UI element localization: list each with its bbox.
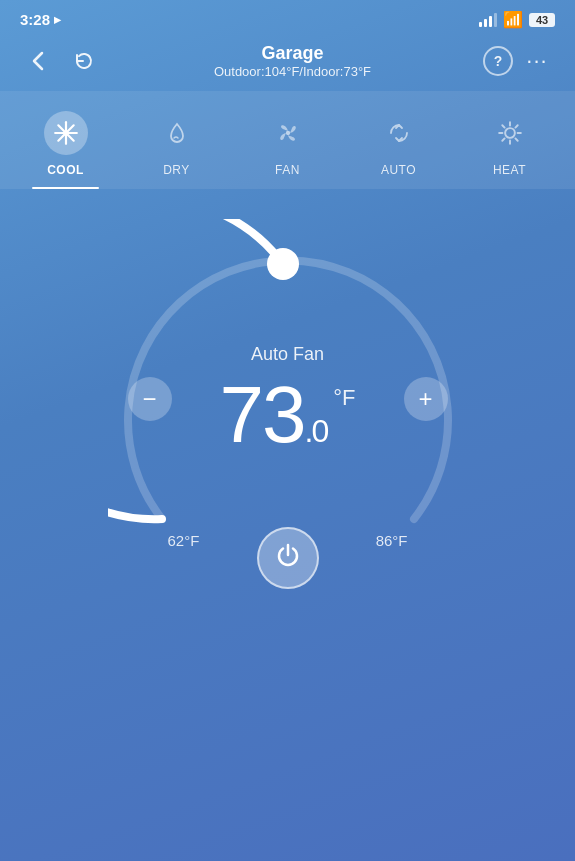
cool-label: COOL (47, 163, 84, 177)
cool-icon (44, 111, 88, 155)
decrease-temp-button[interactable]: − (128, 377, 172, 421)
header-subtitle: Outdoor:104°F/Indoor:73°F (214, 64, 371, 79)
header-title: Garage (214, 43, 371, 64)
svg-point-6 (505, 128, 515, 138)
mode-tabs: COOL DRY FAN (0, 91, 575, 189)
refresh-button[interactable] (66, 43, 102, 79)
power-button[interactable] (257, 527, 319, 589)
dial-temperature: 73.0 (220, 375, 328, 455)
heat-icon (488, 111, 532, 155)
status-time: 3:28 ▸ (20, 11, 61, 28)
tab-fan[interactable]: FAN (232, 101, 343, 189)
dial-container: Auto Fan 73.0 °F − + 62°F 86°F (108, 219, 468, 579)
svg-point-15 (267, 248, 299, 280)
increase-temp-button[interactable]: + (404, 377, 448, 421)
dry-label: DRY (163, 163, 190, 177)
dial-decimal: .0 (305, 413, 328, 449)
auto-icon (377, 111, 421, 155)
header-right: ? ··· (483, 43, 555, 79)
help-button[interactable]: ? (483, 46, 513, 76)
status-bar: 3:28 ▸ 📶 43 (0, 0, 575, 35)
svg-line-14 (502, 138, 504, 140)
main-control: Auto Fan 73.0 °F − + 62°F 86°F (0, 199, 575, 589)
dial-mode-label: Auto Fan (251, 344, 324, 365)
range-max-label: 86°F (376, 532, 408, 549)
tab-heat[interactable]: HEAT (454, 101, 565, 189)
power-button-wrapper (257, 527, 319, 589)
battery-icon: 43 (529, 13, 555, 27)
dry-icon (155, 111, 199, 155)
dial-inner: Auto Fan 73.0 °F (220, 344, 356, 455)
dial-temp-row: 73.0 °F (220, 375, 356, 455)
tab-dry[interactable]: DRY (121, 101, 232, 189)
svg-point-4 (63, 130, 68, 135)
more-button[interactable]: ··· (519, 43, 555, 79)
tab-auto[interactable]: AUTO (343, 101, 454, 189)
tab-cool[interactable]: COOL (10, 101, 121, 189)
signal-icon (479, 13, 497, 27)
back-button[interactable] (20, 43, 56, 79)
time-display: 3:28 (20, 11, 50, 28)
fan-icon (266, 111, 310, 155)
status-right: 📶 43 (479, 10, 555, 29)
dial-unit: °F (333, 385, 355, 411)
svg-line-11 (502, 125, 504, 127)
auto-label: AUTO (381, 163, 416, 177)
header-center: Garage Outdoor:104°F/Indoor:73°F (214, 43, 371, 79)
svg-line-12 (515, 138, 517, 140)
location-icon: ▸ (54, 12, 61, 27)
wifi-icon: 📶 (503, 10, 523, 29)
range-min-label: 62°F (168, 532, 200, 549)
power-icon (274, 541, 302, 576)
svg-line-13 (515, 125, 517, 127)
heat-label: HEAT (493, 163, 526, 177)
svg-point-5 (285, 131, 289, 135)
fan-label: FAN (275, 163, 300, 177)
header: Garage Outdoor:104°F/Indoor:73°F ? ··· (0, 35, 575, 91)
